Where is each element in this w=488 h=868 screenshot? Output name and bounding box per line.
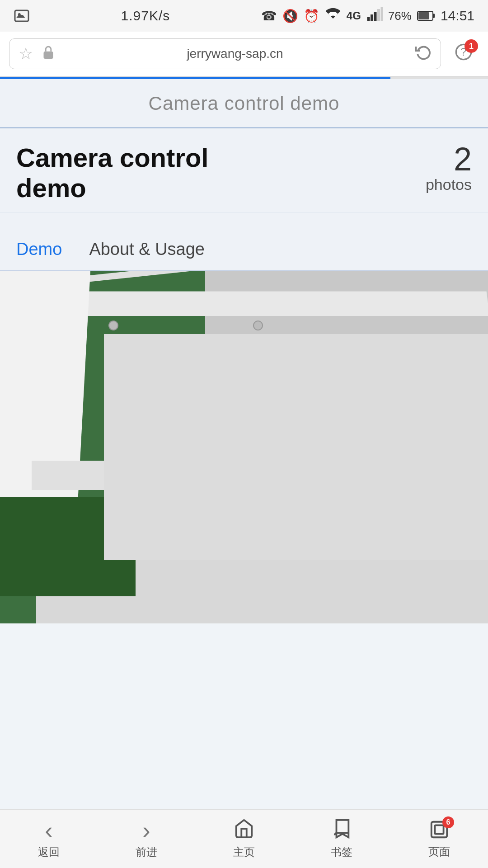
svg-rect-6 <box>380 7 383 21</box>
tab-about-usage[interactable]: About & Usage <box>89 240 205 270</box>
svg-rect-4 <box>374 12 376 21</box>
app-title: Camera control demo <box>149 93 340 114</box>
notification-badge: 1 <box>465 39 478 53</box>
status-left <box>14 8 30 24</box>
tab-bar: Demo About & Usage <box>0 235 488 271</box>
reload-icon[interactable] <box>415 44 432 64</box>
signal-icon <box>366 6 383 26</box>
header-spacer <box>0 212 488 235</box>
url-text[interactable]: jerrywang-sap.cn <box>64 47 406 61</box>
tab-demo[interactable]: Demo <box>16 240 62 270</box>
inner-box <box>104 334 488 560</box>
photo-icon <box>14 8 30 24</box>
bottom-nav: ‹ 返回 › 前进 主页 书签 6 页面 <box>0 809 488 868</box>
back-label: 返回 <box>38 845 60 859</box>
page-header: Camera control demo 2 photos <box>0 128 488 212</box>
photo-background <box>0 271 488 623</box>
battery-icon <box>417 9 435 22</box>
address-bar[interactable]: ☆ jerrywang-sap.cn <box>9 38 441 69</box>
status-speed: 1.97K/s <box>121 8 170 24</box>
browser-bar: ☆ jerrywang-sap.cn ? 1 <box>0 32 488 77</box>
page-title: Camera control demo <box>16 143 278 203</box>
tabs-container: Demo About & Usage <box>16 235 472 270</box>
nav-back[interactable]: ‹ 返回 <box>38 819 60 859</box>
nav-home[interactable]: 主页 <box>233 818 255 859</box>
mute-icon: 🔇 <box>282 9 298 24</box>
svg-rect-5 <box>377 9 380 21</box>
svg-rect-2 <box>367 17 370 21</box>
pages-badge-container: 6 <box>429 819 450 842</box>
nav-forward[interactable]: › 前进 <box>136 819 157 859</box>
nav-bookmarks[interactable]: 书签 <box>331 818 352 859</box>
bluetooth-icon: ☎ <box>261 9 277 24</box>
photo-number: 2 <box>426 143 472 175</box>
alarm-icon: ⏰ <box>304 9 319 24</box>
nav-pages[interactable]: 6 页面 <box>428 819 450 859</box>
pages-label: 页面 <box>428 844 450 859</box>
svg-rect-10 <box>44 51 53 58</box>
app-title-bar: Camera control demo <box>0 79 488 128</box>
forward-label: 前进 <box>136 845 157 859</box>
photo-count-area: 2 photos <box>426 143 472 194</box>
back-icon: ‹ <box>45 819 52 842</box>
photo-label: photos <box>426 175 472 194</box>
lock-icon <box>42 45 55 63</box>
status-right: ☎ 🔇 ⏰ 4G 76% <box>261 6 474 26</box>
svg-rect-9 <box>418 12 429 19</box>
svg-rect-3 <box>371 14 373 21</box>
status-bar: 1.97K/s ☎ 🔇 ⏰ 4G 76% <box>0 0 488 32</box>
battery-percent: 76% <box>388 9 412 23</box>
photo-area <box>0 271 488 623</box>
forward-icon: › <box>142 819 150 842</box>
time: 14:51 <box>441 8 474 24</box>
home-icon <box>234 818 254 842</box>
svg-rect-8 <box>433 14 435 18</box>
home-label: 主页 <box>233 845 255 859</box>
svg-rect-14 <box>435 825 443 834</box>
bookmark-star-icon[interactable]: ☆ <box>19 44 33 63</box>
bookmarks-label: 书签 <box>331 845 352 859</box>
wifi-icon <box>325 6 341 26</box>
network-4g: 4G <box>347 9 361 22</box>
pages-count-badge: 6 <box>442 816 454 828</box>
notification-button[interactable]: ? 1 <box>448 38 479 69</box>
bookmarks-icon <box>331 818 352 842</box>
